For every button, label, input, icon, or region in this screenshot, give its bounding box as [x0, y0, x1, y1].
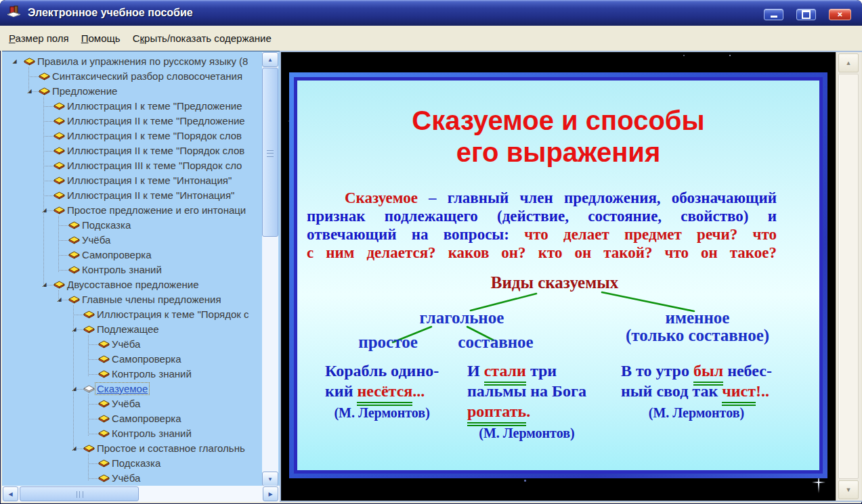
minimize-button[interactable]	[764, 9, 783, 20]
thumb-grip	[77, 491, 83, 498]
tree-guide	[73, 305, 74, 451]
content-scroll-thumb[interactable]	[838, 74, 859, 479]
tree-item-label: Контроль знаний	[112, 428, 192, 439]
tree-item[interactable]: Контроль знаний	[2, 426, 262, 441]
tree-item-label: Правила и упражнения по русскому языку (…	[37, 55, 248, 67]
tree-item-label: Контроль знаний	[112, 368, 192, 380]
tree-collapse-icon[interactable]: ◢	[26, 87, 33, 95]
tree-item[interactable]: Учёба	[2, 337, 262, 352]
tree-item-selected[interactable]: ◢Сказуемое	[2, 382, 262, 396]
tree-vscroll-thumb[interactable]	[262, 68, 278, 237]
tree-item[interactable]: Подсказка	[2, 456, 262, 471]
book-icon	[53, 131, 65, 141]
tree-scroll-down-button[interactable]: ▼	[262, 472, 278, 486]
book-icon	[83, 443, 95, 453]
tree-guide	[58, 240, 68, 241]
tree-item[interactable]: Самопроверка	[2, 248, 262, 262]
tree-guide	[88, 463, 98, 464]
tree-item[interactable]: Иллюстрация II к теме "Порядок слов	[2, 143, 262, 158]
tree-guide	[43, 151, 53, 152]
tree-item-label: Самопроверка	[112, 353, 181, 365]
tree-guide	[28, 67, 29, 93]
tree-guide	[28, 76, 39, 77]
tree-item-label: Учёба	[112, 398, 140, 409]
menu-item-2[interactable]: Скрыть/показать содержание	[127, 30, 278, 47]
tree-item[interactable]: Иллюстрация к теме "Порядок с	[2, 307, 262, 322]
tree-item[interactable]: ◢Простое предложение и его интонаци	[2, 203, 262, 218]
tree-guide	[88, 404, 98, 405]
diagram-node-nominal-label: именное	[626, 309, 769, 327]
tree-item-label: Сказуемое	[95, 382, 150, 395]
tree-item-label: Иллюстрация II к теме "Порядок слов	[67, 145, 244, 156]
tree-scroll-right-button[interactable]: ▶	[263, 486, 278, 501]
tree-collapse-icon[interactable]: ◢	[56, 296, 63, 303]
content-vertical-scrollbar[interactable]: ▲ ▼	[836, 52, 861, 501]
maximize-button[interactable]	[796, 9, 816, 20]
diagram-node-verbal: глагольное	[420, 309, 504, 327]
content-scroll-up-button[interactable]: ▲	[838, 53, 859, 72]
menu-item-1[interactable]: Помощь	[75, 30, 127, 47]
close-button[interactable]: ✕	[829, 9, 851, 20]
tree-collapse-icon[interactable]: ◢	[41, 281, 48, 288]
book-icon	[98, 458, 110, 468]
tree-collapse-icon[interactable]: ◢	[41, 206, 48, 214]
book-icon	[53, 160, 65, 170]
tree-item[interactable]: ◢Простое и составное глагольнь	[2, 441, 262, 456]
minimize-icon	[771, 16, 777, 18]
tree-item[interactable]: ◢Подлежащее	[2, 322, 262, 337]
tree-item[interactable]: Иллюстрация II к теме "Предложение	[2, 114, 262, 129]
example-1: Корабль одино-кий несётся...(М. Лермонто…	[325, 361, 439, 423]
book-icon	[98, 473, 110, 483]
tree-item[interactable]: Иллюстрация I к теме "Интонация"	[2, 173, 262, 188]
tree-guide	[88, 344, 98, 345]
tree-guide	[43, 106, 53, 107]
tree-horizontal-scrollbar[interactable]: ◀ ▶	[2, 486, 280, 502]
menu-item-0[interactable]: Размер поля	[3, 30, 75, 47]
tree-viewport: ◢Правила и упражнения по русскому языку …	[2, 52, 262, 486]
tree-item[interactable]: Подсказка	[2, 218, 262, 233]
tree-item[interactable]: ◢Правила и упражнения по русскому языку …	[2, 54, 262, 69]
tree-hscroll-thumb[interactable]	[20, 486, 139, 501]
tree-item[interactable]: Иллюстрация II к теме "Интонация"	[2, 188, 262, 203]
book-icon	[98, 339, 110, 349]
tree-item[interactable]: ◢Двусоставное предложение	[2, 277, 262, 292]
tree-item-label: Подсказка	[82, 219, 131, 231]
tree-item-label: Учёба	[82, 234, 110, 246]
tree-scroll-up-button[interactable]: ▲	[262, 52, 278, 67]
tree-item-label: Самопроверка	[112, 413, 181, 424]
diagram-node-nominal-sub: (только составное)	[626, 327, 769, 344]
tree-item[interactable]: Иллюстрация I к теме "Предложение	[2, 99, 262, 114]
tree-item[interactable]: ◢Главные члены предложения	[2, 292, 262, 307]
tree-item[interactable]: Самопроверка	[2, 352, 262, 367]
tree-collapse-icon[interactable]: ◢	[70, 385, 78, 392]
tree-item[interactable]: Контроль знаний	[2, 367, 262, 382]
thumb-grip	[267, 150, 274, 157]
tree-vertical-scrollbar[interactable]: ▲ ▼	[262, 52, 278, 486]
tree-item-label: Двусоставное предложение	[67, 279, 199, 290]
diagram-node-compound: составное	[458, 334, 533, 351]
book-icon	[83, 324, 95, 334]
slide-background: Сказуемое и способыего выражения Сказуем…	[281, 52, 836, 501]
content-scroll-down-button[interactable]: ▼	[838, 480, 859, 499]
tree-item-label: Простое предложение и его интонаци	[67, 204, 246, 216]
tree-item-label: Иллюстрация к теме "Порядок с	[97, 308, 249, 320]
book-icon	[68, 235, 80, 245]
tree-item[interactable]: Иллюстрация III к теме "Порядок сло	[2, 158, 262, 173]
book-icon	[98, 413, 110, 423]
tree-collapse-icon[interactable]: ◢	[70, 325, 78, 333]
tree-item[interactable]: Учёба	[2, 396, 262, 411]
tree-item[interactable]: ◢Предложение	[2, 84, 262, 99]
tree-collapse-icon[interactable]: ◢	[70, 444, 78, 452]
tree-item[interactable]: Синтаксический разбор словосочетания	[2, 69, 262, 84]
tree-scroll-left-button[interactable]: ◀	[3, 486, 18, 501]
tree-item[interactable]: Самопроверка	[2, 411, 262, 426]
tree-item[interactable]: Учёба	[2, 471, 262, 486]
book-icon	[98, 369, 110, 379]
diagram-node-root: Виды сказуемых	[491, 274, 619, 292]
tree-collapse-icon[interactable]: ◢	[11, 58, 18, 65]
tree-guide	[88, 434, 98, 434]
tree-item[interactable]: Контроль знаний	[2, 262, 262, 277]
tree-item[interactable]: Учёба	[2, 233, 262, 248]
tree-item[interactable]: Иллюстрация I к теме "Порядок слов	[2, 129, 262, 143]
tree-item-label: Самопроверка	[82, 249, 152, 260]
